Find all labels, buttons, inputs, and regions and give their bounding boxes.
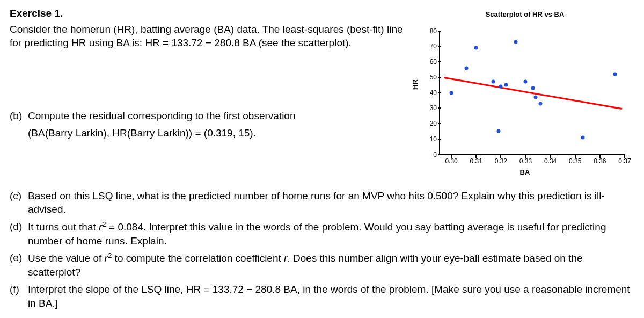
y-tick-label: 10	[415, 135, 437, 143]
y-tick-label: 20	[415, 119, 437, 128]
y-tick-mark	[438, 31, 441, 32]
x-tick-mark	[500, 155, 501, 158]
x-tick-label: 0.32	[495, 157, 507, 165]
x-axis-label: BA	[415, 168, 634, 177]
part-f: (f) Interpret the slope of the LSQ line,…	[10, 283, 634, 310]
data-point	[539, 102, 543, 105]
x-tick-mark	[525, 155, 526, 158]
part-d-label: (d)	[10, 220, 28, 248]
data-point	[514, 40, 518, 44]
x-tick-label: 0.34	[544, 157, 557, 165]
part-b-line2: (BA(Barry Larkin), HR(Barry Larkin)) = (…	[10, 126, 409, 140]
part-b-label: (b)	[10, 109, 28, 123]
x-tick-mark	[575, 155, 576, 158]
part-e-label: (e)	[10, 251, 28, 279]
data-point	[474, 46, 478, 50]
data-point	[492, 80, 495, 84]
y-tick-mark	[438, 123, 441, 124]
data-point	[524, 80, 528, 84]
data-point	[450, 91, 453, 95]
part-c-text: Based on this LSQ line, what is the pred…	[28, 189, 634, 216]
y-tick-label: 40	[415, 88, 437, 97]
x-tick-label: 0.37	[618, 157, 631, 165]
y-tick-label: 60	[415, 57, 437, 66]
part-c-label: (c)	[10, 189, 28, 216]
data-point	[531, 86, 535, 90]
part-b: (b) Compute the residual corresponding t…	[10, 109, 409, 123]
part-e-text: Use the value of r2 to compute the corre…	[28, 251, 634, 279]
y-tick-mark	[438, 154, 441, 155]
data-point	[504, 83, 508, 87]
y-tick-mark	[438, 46, 441, 47]
x-tick-mark	[451, 155, 452, 158]
x-tick-mark	[550, 155, 551, 158]
x-tick-mark	[475, 155, 477, 158]
exercise-title: Exercise 1.	[10, 6, 409, 20]
y-tick-label: 70	[415, 42, 437, 50]
y-tick-label: 80	[415, 26, 437, 35]
data-point	[533, 96, 537, 99]
y-tick-label: 0	[415, 150, 437, 158]
data-point	[464, 66, 468, 70]
x-tick-label: 0.35	[569, 157, 581, 165]
x-tick-label: 0.30	[445, 157, 457, 165]
part-f-text: Interpret the slope of the LSQ line, HR …	[28, 283, 634, 310]
y-tick-label: 50	[415, 73, 437, 82]
scatterplot: HR BA 010203040506070800.300.310.320.330…	[415, 23, 634, 178]
y-tick-mark	[438, 107, 441, 109]
part-c: (c) Based on this LSQ line, what is the …	[10, 189, 634, 216]
chart-title: Scatterplot of HR vs BA	[415, 10, 634, 19]
x-tick-mark	[599, 155, 601, 158]
y-tick-label: 30	[415, 104, 437, 112]
data-point	[499, 85, 503, 89]
data-point	[581, 135, 584, 139]
x-tick-label: 0.33	[519, 157, 532, 165]
data-point	[496, 129, 500, 133]
x-tick-mark	[624, 155, 625, 158]
part-d-text: It turns out that r2 = 0.084. Interpret …	[28, 220, 634, 248]
y-tick-mark	[438, 92, 441, 93]
intro-text: Consider the homerun (HR), batting avera…	[10, 23, 409, 50]
x-tick-label: 0.36	[594, 157, 606, 165]
y-tick-mark	[438, 139, 441, 140]
scatterplot-container: Scatterplot of HR vs BA HR BA 0102030405…	[415, 10, 634, 178]
part-b-line1: Compute the residual corresponding to th…	[28, 109, 409, 123]
x-tick-label: 0.31	[470, 157, 482, 165]
y-tick-mark	[438, 61, 441, 62]
part-e: (e) Use the value of r2 to compute the c…	[10, 251, 634, 279]
part-d: (d) It turns out that r2 = 0.084. Interp…	[10, 220, 634, 248]
part-f-label: (f)	[10, 283, 28, 310]
y-tick-mark	[438, 77, 441, 78]
data-point	[613, 73, 617, 76]
